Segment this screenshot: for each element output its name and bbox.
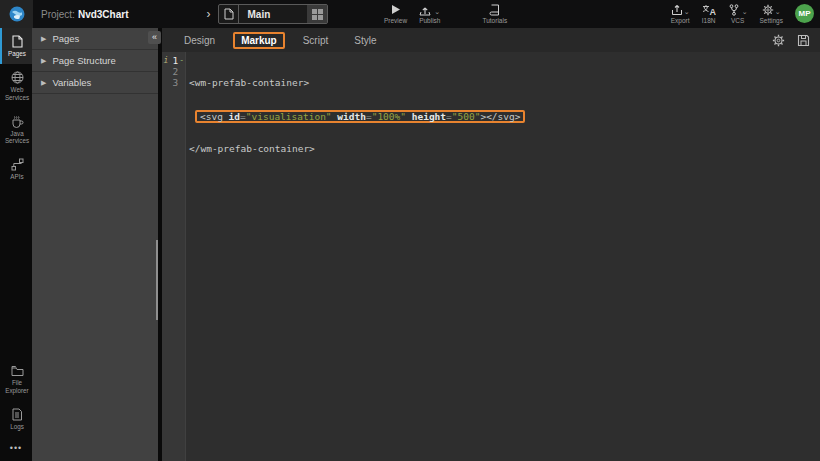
export-chevron-icon: ⌄: [684, 8, 690, 16]
rail-label-logs: Logs: [2, 423, 32, 431]
expand-arrow-icon: ▶: [41, 79, 46, 87]
panel-section-pages-label: Pages: [52, 33, 79, 44]
grid-icon[interactable]: [307, 5, 327, 23]
wavemaker-logo[interactable]: [0, 0, 33, 28]
rail-label-web-services: Web Services: [2, 86, 32, 102]
panel-collapse-button[interactable]: «: [148, 31, 161, 44]
editor-gutter: i 1 - 2 3: [162, 52, 186, 461]
export-button[interactable]: ⌄ Export: [665, 0, 696, 24]
project-title: Project:Nvd3Chart: [41, 9, 128, 20]
project-name: Nvd3Chart: [78, 9, 129, 20]
tutorials-label: Tutorials: [482, 17, 507, 24]
line-number-3: 3: [170, 77, 179, 88]
preview-button[interactable]: Preview: [378, 0, 413, 24]
gutter-row-2: 2: [162, 66, 185, 77]
attr-height: height: [412, 111, 446, 122]
vcs-chevron-icon: ⌄: [742, 8, 748, 16]
grid-icon-glyph: [312, 9, 323, 20]
tab-design[interactable]: Design: [176, 32, 223, 49]
rail-spacer: [0, 187, 32, 358]
rail-label-java-services: Java Services: [2, 130, 32, 146]
code-lines[interactable]: <wm-prefab-container> <svg id="visualisa…: [186, 52, 820, 461]
panel-section-variables-label: Variables: [52, 77, 91, 88]
editor-area: Design Markup Script Style i 1 -: [162, 28, 820, 461]
page-tab-main[interactable]: Main: [218, 4, 328, 24]
header-right-toolbar: ⌄ Export A I18N ⌄ VCS ⌄: [665, 0, 816, 28]
expand-arrow-icon: ▶: [41, 57, 46, 65]
wavemaker-ide: Project:Nvd3Chart › Main Preview ⌄: [0, 0, 820, 461]
panel-divider: [158, 28, 162, 461]
rail-item-pages[interactable]: Pages: [0, 28, 32, 64]
header-center-toolbar: Preview ⌄ Publish Tutorials: [378, 0, 513, 28]
project-label: Project:: [41, 9, 75, 20]
save-icon: [797, 34, 810, 47]
settings-label: Settings: [760, 17, 784, 24]
publish-label: Publish: [419, 17, 440, 24]
svg-text:A: A: [709, 7, 716, 16]
gutter-row-3: 3: [162, 77, 185, 88]
value-visualisation: "visualisation": [246, 111, 332, 122]
editor-settings-button[interactable]: [769, 32, 787, 48]
publish-icon: ⌄: [419, 3, 440, 16]
panel-scrollbar[interactable]: [156, 240, 158, 320]
tab-style[interactable]: Style: [346, 32, 384, 49]
settings-chevron-icon: ⌄: [775, 8, 781, 16]
play-icon: [390, 3, 401, 16]
book-icon: [489, 3, 500, 16]
rail-label-pages: Pages: [2, 50, 32, 58]
rail-item-file-explorer[interactable]: File Explorer: [0, 358, 32, 401]
value-height: "500": [452, 111, 481, 122]
rail-label-file-explorer: File Explorer: [2, 379, 32, 395]
preview-label: Preview: [384, 17, 407, 24]
folder-icon: [11, 365, 24, 377]
rail-item-apis[interactable]: APIs: [0, 151, 32, 187]
code-line-2[interactable]: <svg id="visualisation" width="100%" hei…: [186, 110, 820, 121]
code-line-1[interactable]: <wm-prefab-container>: [186, 77, 820, 88]
page-tab-label: Main: [239, 9, 307, 20]
rail-item-java-services[interactable]: Java Services: [0, 108, 32, 152]
editor-tab-bar: Design Markup Script Style: [162, 28, 820, 52]
globe-icon: [11, 71, 24, 84]
info-icon[interactable]: i: [162, 56, 170, 65]
wavemaker-logo-icon: [9, 6, 25, 22]
tab-markup[interactable]: Markup: [233, 32, 285, 49]
line-number-2: 2: [170, 66, 179, 77]
fold-toggle-icon[interactable]: -: [178, 56, 185, 65]
panel-section-page-structure-label: Page Structure: [52, 55, 115, 66]
pages-panel: ▶ Pages ▶ Page Structure ▶ Variables: [32, 28, 158, 461]
expand-arrow-icon: ▶: [41, 35, 46, 43]
publish-button[interactable]: ⌄ Publish: [413, 0, 446, 24]
rail-item-web-services[interactable]: Web Services: [0, 64, 32, 108]
code-editor[interactable]: i 1 - 2 3 <wm-prefab-container> <svg id=…: [162, 52, 820, 461]
panel-section-variables[interactable]: ▶ Variables: [32, 72, 158, 94]
i18n-button[interactable]: A I18N: [696, 0, 722, 24]
rail-item-logs[interactable]: Logs: [0, 401, 32, 437]
logs-icon: [11, 408, 23, 421]
coffee-cup-icon: [11, 115, 24, 128]
top-bar: Project:Nvd3Chart › Main Preview ⌄: [0, 0, 820, 28]
publish-chevron-icon: ⌄: [434, 8, 440, 16]
settings-button[interactable]: ⌄ Settings: [754, 0, 790, 24]
highlighted-svg-line[interactable]: <svg id="visualisation" width="100%" hei…: [195, 110, 525, 123]
rail-more-button[interactable]: •••: [0, 437, 32, 461]
export-label: Export: [671, 17, 690, 24]
code-line-3[interactable]: </wm-prefab-container>: [186, 143, 820, 154]
user-avatar[interactable]: MP: [795, 4, 814, 23]
save-button[interactable]: [794, 32, 812, 48]
gear-icon: ⌄: [762, 3, 781, 16]
i18n-label: I18N: [702, 17, 716, 24]
translate-icon: A: [702, 3, 716, 16]
attr-id: id: [229, 111, 240, 122]
panel-section-pages[interactable]: ▶ Pages: [32, 28, 158, 50]
tab-script[interactable]: Script: [295, 32, 337, 49]
line-number-1: 1: [170, 55, 179, 66]
open-tag: <wm-prefab-container>: [189, 77, 309, 88]
rail-label-apis: APIs: [2, 173, 32, 181]
left-rail: Pages Web Services Java Services APIs F: [0, 28, 32, 461]
vcs-button[interactable]: ⌄ VCS: [722, 0, 754, 24]
tutorials-button[interactable]: Tutorials: [476, 0, 513, 24]
chevron-right-icon[interactable]: ›: [206, 7, 210, 21]
page-file-icon: [219, 5, 239, 23]
panel-section-page-structure[interactable]: ▶ Page Structure: [32, 50, 158, 72]
export-icon: ⌄: [671, 3, 690, 16]
